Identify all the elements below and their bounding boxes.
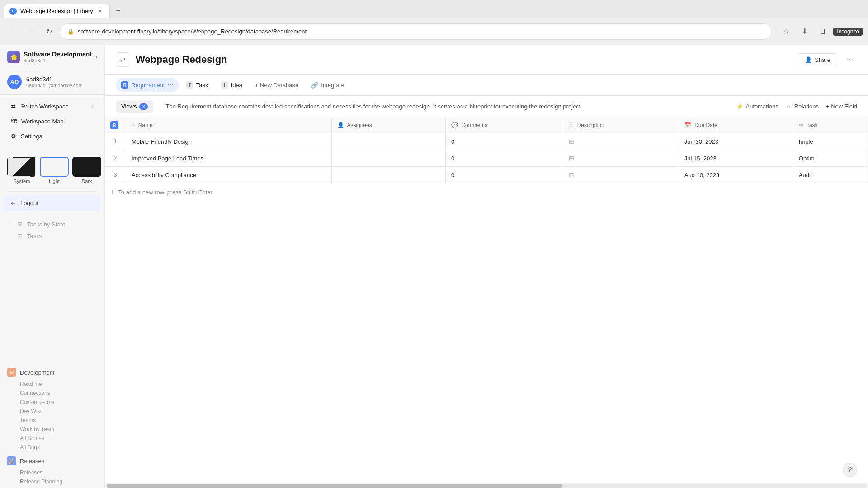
reload-btn[interactable]: ↻ xyxy=(42,24,56,39)
theme-dark[interactable]: Dark xyxy=(72,157,101,184)
theme-system[interactable]: System xyxy=(7,157,36,184)
row-3-desc: ⊟ xyxy=(563,167,679,183)
incognito-badge[interactable]: Incognito xyxy=(833,28,863,36)
row-1-name[interactable]: Mobile-Friendly Design xyxy=(126,133,332,150)
tab-idea[interactable]: I Idea xyxy=(216,79,248,91)
tab-close-btn[interactable]: × xyxy=(97,8,104,15)
relations-icon: ↔ xyxy=(786,103,792,110)
integrate-btn[interactable]: 🔗 Integrate xyxy=(306,79,349,91)
forward-btn[interactable]: → xyxy=(24,24,38,39)
add-row-hint[interactable]: + To add a new row, press Shift+Enter xyxy=(105,183,868,201)
share-icon: 👤 xyxy=(805,56,812,63)
address-text: software-development.fibery.io/fibery/sp… xyxy=(78,28,307,35)
new-field-btn[interactable]: + New Field xyxy=(826,103,857,110)
row-3-num: 3 xyxy=(105,167,126,183)
star-btn[interactable]: ☆ xyxy=(779,24,793,39)
settings-item[interactable]: ⚙ Settings xyxy=(4,129,101,143)
table-row[interactable]: 3 Accessibility Compliance 0 ⊟ Aug 10, 2… xyxy=(105,167,868,183)
views-label: Views xyxy=(121,103,137,110)
theme-section: System Light Dark xyxy=(0,148,104,189)
tab-task[interactable]: T Task xyxy=(181,79,214,91)
dark-theme-label: Dark xyxy=(81,178,92,184)
address-bar[interactable]: 🔒 software-development.fibery.io/fibery/… xyxy=(60,23,772,40)
more-icon: ⋯ xyxy=(847,56,853,63)
workspace-chevron-icon[interactable]: › xyxy=(95,54,97,60)
workspace-sub: 6ad8d3d1 xyxy=(24,58,92,63)
workbyteam-bg: Work by Team xyxy=(7,425,97,434)
workspace-map-item[interactable]: 🗺 Workspace Map xyxy=(4,114,101,128)
content-toolbar: Views 3 The Requirement database contain… xyxy=(105,96,868,117)
automations-label: Automations xyxy=(746,103,778,110)
desktop-btn[interactable]: 🖥 xyxy=(815,24,830,39)
more-options-btn[interactable]: ⋯ xyxy=(843,52,857,67)
light-theme-label: Light xyxy=(49,178,60,184)
sidebar-menu: ⇄ Switch Workspace › 🗺 Workspace Map ⚙ S… xyxy=(0,95,104,148)
sidebar: 🌟 Software Development 6ad8d3d1 › AD 6ad… xyxy=(0,45,105,488)
date-col-label: Due Date xyxy=(694,122,717,128)
col-description[interactable]: ☰ Description xyxy=(563,117,679,133)
download-btn[interactable]: ⬇ xyxy=(797,24,811,39)
toolbar-right: ⚡ Automations ↔ Relations + New Field xyxy=(736,103,857,110)
tab-requirement[interactable]: R Requirement ··· xyxy=(116,78,179,92)
lock-icon: 🔒 xyxy=(67,28,74,35)
back-navigation-btn[interactable]: ⇄ xyxy=(116,52,130,67)
col-task[interactable]: ✏ Task xyxy=(793,117,868,133)
workspace-name: Software Development xyxy=(24,51,92,58)
tab-title: Webpage Redesign | Fibery xyxy=(20,8,93,14)
user-section: AD 6ad8d3d1 6ad8d3d1@moodjoy.com xyxy=(0,69,104,95)
workspace-header: 🌟 Software Development 6ad8d3d1 › xyxy=(0,45,104,69)
task-col-icon: ✏ xyxy=(799,122,803,128)
tab-favicon: F xyxy=(9,8,17,15)
avatar: AD xyxy=(7,75,22,89)
theme-light[interactable]: Light xyxy=(40,157,69,184)
table-row[interactable]: 1 Mobile-Friendly Design 0 ⊟ Jun 30, 202… xyxy=(105,133,868,150)
sidebar-nav-bg: ⊞ Tasks by State ⊞ Tasks xyxy=(0,213,104,247)
desc-col-icon: ☰ xyxy=(569,122,574,128)
user-info: 6ad8d3d1 6ad8d3d1@moodjoy.com xyxy=(26,76,97,88)
requirement-tab-dots[interactable]: ··· xyxy=(167,81,173,89)
sidebar-nav-bottom: ⚙ Development Read me Connections Custom… xyxy=(0,363,104,488)
row-3-due-date: Aug 10, 2023 xyxy=(679,167,793,183)
logout-button[interactable]: ↩ Logout xyxy=(4,195,101,211)
requirement-tab-label: Requirement xyxy=(131,82,165,89)
nav-right: ☆ ⬇ 🖥 Incognito xyxy=(779,24,863,39)
row-3-name[interactable]: Accessibility Compliance xyxy=(126,167,332,183)
horizontal-scrollbar[interactable] xyxy=(105,483,868,488)
integrate-icon: 🔗 xyxy=(311,82,318,89)
row-1-comments: 0 xyxy=(445,133,563,150)
sidebar-overlay: 🌟 Software Development 6ad8d3d1 › AD 6ad… xyxy=(0,45,104,488)
task-tab-icon: T xyxy=(186,81,193,89)
row-3-assignees xyxy=(331,167,445,183)
new-tab-btn[interactable]: + xyxy=(112,5,124,17)
col-assignees[interactable]: 👤 Assignees xyxy=(331,117,445,133)
col-comments[interactable]: 💬 Comments xyxy=(445,117,563,133)
new-database-btn[interactable]: + New Database xyxy=(250,79,304,91)
row-1-num: 1 xyxy=(105,133,126,150)
col-name[interactable]: T Name xyxy=(126,117,332,133)
switch-arrow-icon: › xyxy=(92,103,94,110)
assignees-col-label: Assignees xyxy=(347,122,372,128)
requirements-table: R T Name 👤 Assignees 💬 Comments xyxy=(105,117,868,183)
automations-btn[interactable]: ⚡ Automations xyxy=(736,103,778,110)
new-db-label: + New Database xyxy=(255,82,298,89)
help-button[interactable]: ? xyxy=(843,463,857,477)
db-description: The Requirement database contains detail… xyxy=(159,103,590,110)
active-tab[interactable]: F Webpage Redesign | Fibery × xyxy=(4,4,110,18)
col-due-date[interactable]: 📅 Due Date xyxy=(679,117,793,133)
desc-cell-icon: ⊟ xyxy=(569,138,574,145)
views-button[interactable]: Views 3 xyxy=(116,100,153,113)
scrollbar-track xyxy=(107,484,866,488)
integrate-label: Integrate xyxy=(321,82,344,89)
page-title: Webpage Redesign xyxy=(136,54,793,66)
switch-workspace-item[interactable]: ⇄ Switch Workspace › xyxy=(4,99,101,113)
theme-options: System Light Dark xyxy=(7,157,97,184)
relations-btn[interactable]: ↔ Relations xyxy=(786,103,819,110)
table-row[interactable]: 2 Improved Page Load Times 0 ⊟ Jul 15, 2… xyxy=(105,150,868,167)
share-button[interactable]: 👤 Share xyxy=(798,53,837,66)
scrollbar-thumb[interactable] xyxy=(107,484,562,488)
connections-bg: Connections xyxy=(7,389,97,398)
back-btn[interactable]: ← xyxy=(5,24,20,39)
settings-label: Settings xyxy=(21,133,42,140)
row-2-name[interactable]: Improved Page Load Times xyxy=(126,150,332,167)
row-2-comments: 0 xyxy=(445,150,563,167)
